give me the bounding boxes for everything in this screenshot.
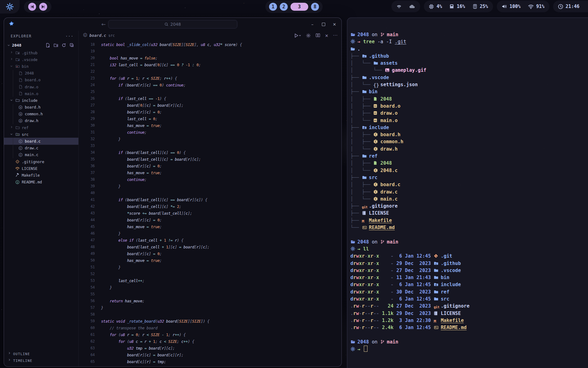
search-box[interactable]: 2048	[108, 20, 237, 29]
prompt-command-line[interactable]: →	[350, 346, 588, 353]
tree-entry-name: board.o	[380, 103, 401, 109]
search-value: 2048	[170, 22, 181, 27]
code-line-21: 21 i32 last_cell = board[0][c] == 0 ? -1…	[79, 63, 341, 69]
new-folder-button[interactable]	[54, 43, 58, 48]
file-tree-item--vscode[interactable]: .vscode	[4, 56, 78, 63]
workspace-8[interactable]: 8	[311, 3, 319, 11]
h-file-icon: H	[18, 119, 23, 123]
file-tree-item-2048[interactable]: 2048	[4, 70, 78, 77]
file-tree-item-common-h[interactable]: Hcommon.h	[4, 111, 78, 117]
workspace-2[interactable]: 2	[280, 3, 288, 11]
tree-output-line: ├── MMakefile	[350, 217, 588, 224]
nav-back-button[interactable]: ←	[101, 21, 106, 27]
panel-outline[interactable]: OUTLINE	[4, 351, 78, 357]
skip-forward-button[interactable]	[39, 3, 47, 11]
tree-output-line: │ └── 01main.o	[350, 117, 588, 124]
refresh-button[interactable]	[62, 43, 66, 48]
code-line-51: 51 }	[79, 265, 341, 272]
line-number: 47	[79, 238, 101, 245]
git-branch-icon	[380, 239, 385, 246]
file-tree-item--github[interactable]: .github	[4, 49, 78, 56]
file-tree-item--gitignore[interactable]: .gitignore	[4, 158, 78, 165]
code-line-32: 32 }	[79, 137, 341, 144]
tree-output-line: ├── .github	[350, 53, 588, 60]
modified-date: 27 Dec 2023	[396, 268, 431, 273]
file-tree-item-readme-md[interactable]: README.md	[4, 179, 78, 186]
file-tree-item-src[interactable]: ()src	[4, 131, 78, 138]
svg-text:C: C	[20, 140, 21, 143]
file-tree-item-draw-c[interactable]: Cdraw.c	[4, 145, 78, 151]
line-number: 31	[79, 130, 101, 137]
maximize-button[interactable]	[321, 22, 326, 26]
prompt-context-line: 2048 on main	[350, 239, 588, 246]
prompt-command-line[interactable]: → ll	[350, 246, 588, 253]
editor-title-bar[interactable]: ← → 2048 – ×	[4, 18, 341, 31]
skip-back-button[interactable]	[28, 3, 36, 11]
file-tree-item-board-o[interactable]: board.o	[4, 77, 78, 83]
workspace-1[interactable]: 1	[269, 3, 277, 11]
permissions: drwxr-xr-x	[350, 261, 379, 266]
close-button[interactable]: ×	[332, 22, 337, 26]
audio-network-module[interactable]: 100% 91%	[497, 1, 549, 12]
terminal-cursor[interactable]	[364, 346, 368, 352]
code-line-65: 65 board[c][r] = tmp;	[79, 359, 341, 366]
tree-output-line: ├── .vscode	[350, 74, 588, 81]
folder-icon	[15, 98, 20, 102]
file-tree-item-main-c[interactable]: Cmain.c	[4, 151, 78, 158]
code-editor-area[interactable]: 18static bool _slide_col(u32 board[SIZE]…	[79, 40, 341, 366]
close-icon[interactable]: ×	[325, 33, 329, 38]
file-size: -	[382, 253, 394, 259]
explorer-more-button[interactable]: ···	[66, 34, 74, 38]
workspace-3-active[interactable]: 3	[291, 3, 308, 11]
prompt-command-line[interactable]: → tree -a -I .git	[350, 38, 588, 45]
file-label: draw.h	[25, 118, 38, 123]
settings-gear-icon[interactable]	[306, 33, 311, 38]
file-tree-item-draw-o[interactable]: draw.o	[4, 83, 78, 90]
permissions: drwxr-xr-x	[350, 253, 379, 259]
modified-date: 29 Dec 2023	[396, 311, 431, 316]
file-tree-item-ref[interactable]: ref	[4, 124, 78, 131]
folder-icon	[434, 289, 439, 296]
file-tree-item-makefile[interactable]: Makefile	[4, 172, 78, 178]
file-tree-item-board-c[interactable]: Cboard.c	[4, 138, 78, 144]
project-root-row[interactable]: 2048	[4, 41, 78, 49]
tree-entry-name: main.o	[380, 118, 398, 123]
svg-text:01: 01	[374, 105, 376, 107]
ls-output-row: .rw-r--r-- 1.1k 29 Dec 2023 LICENSE	[350, 310, 588, 317]
file-tree-item-license[interactable]: LICENSE	[4, 165, 78, 172]
tab-board-c[interactable]: C board.c src	[83, 33, 115, 38]
launcher-button[interactable]	[0, 0, 20, 13]
code-line-63: 63 u32 tmp = board[r][c];	[79, 346, 341, 353]
line-number: 50	[79, 258, 101, 265]
panel-timeline[interactable]: TIMELINE	[4, 357, 78, 364]
minimize-button[interactable]: –	[310, 22, 315, 26]
file-tree-item-board-h[interactable]: Hboard.h	[4, 104, 78, 111]
star	[2, 228, 2, 228]
file-tree-item-include[interactable]: include	[4, 97, 78, 104]
tree-output-line: ├── bin	[350, 88, 588, 95]
terminal-window[interactable]: 2048 on main→ tree -a -I .git.├── .githu…	[347, 17, 588, 368]
code-line-49: 49 board[r][c] = 0;	[79, 251, 341, 258]
file-tree-item-main-o[interactable]: main.o	[4, 90, 78, 97]
clock-module[interactable]: 21:46	[553, 1, 588, 12]
code-line-61: 61 for (u8 r = 0; r < SIZE - 1; r++) {	[79, 332, 341, 339]
file-tree-item-draw-h[interactable]: Hdraw.h	[4, 117, 78, 124]
gh-folder-icon	[362, 53, 367, 60]
new-file-button[interactable]	[46, 43, 50, 48]
run-icon[interactable]	[294, 33, 301, 38]
ls-output-row: drwxr-xr-x - 27 Dec 2023 .vscode	[350, 267, 588, 274]
split-editor-icon[interactable]	[315, 33, 320, 38]
system-stats-module[interactable]: 4% 16% 25%	[424, 1, 493, 12]
code-line-53: 53 last_cell++;	[79, 278, 341, 285]
code-line-31: 31 continue;	[79, 130, 341, 137]
prompt-directory: 2048	[357, 339, 369, 345]
code-line-39: 39 }	[79, 184, 341, 191]
line-number: 58	[79, 312, 101, 319]
file-tree-item-bin[interactable]: bin	[4, 63, 78, 70]
star	[346, 355, 346, 355]
folder-icon	[434, 268, 439, 275]
network-status-module[interactable]	[391, 1, 420, 12]
more-icon[interactable]: ···	[333, 33, 338, 38]
line-number: 27	[79, 103, 101, 110]
collapse-all-button[interactable]	[70, 43, 74, 48]
